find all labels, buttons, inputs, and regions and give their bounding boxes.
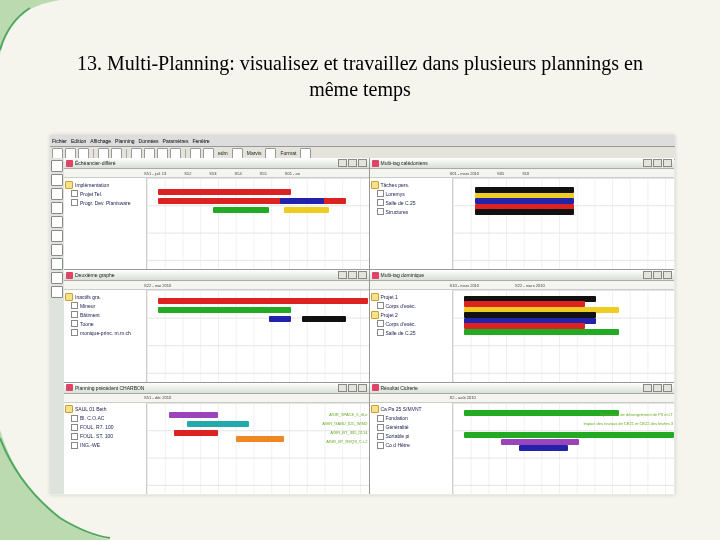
tree-item[interactable]: Bl. C.O.AC [71, 414, 145, 423]
task-tree[interactable]: Ca Pa 25 S/MVNTFondationGénéralitéSortab… [370, 403, 453, 494]
tree-item[interactable]: Toone [71, 319, 145, 328]
tree-item[interactable]: FOUL. ST. 100 [71, 432, 145, 441]
tree-item[interactable]: Progr. Dev. Planisware [71, 198, 145, 207]
maximize-icon[interactable] [348, 384, 357, 392]
gantt-bar[interactable] [187, 421, 249, 427]
pane-titlebar[interactable]: Échéancier-différé [64, 158, 369, 169]
tree-item[interactable]: Salle de C.25 [377, 328, 451, 337]
tree-item[interactable]: Inactifs gra. [65, 292, 145, 301]
gantt-area[interactable] [453, 178, 675, 269]
toolbar-button[interactable] [232, 148, 243, 159]
tree-item[interactable]: monique-princ. m.m.ch [71, 328, 145, 337]
tree-item[interactable]: Fondation [377, 414, 451, 423]
sidebar-button[interactable] [51, 174, 63, 186]
tree-item[interactable]: Co d Hêtre [377, 441, 451, 450]
task-tree[interactable]: Inactifs gra.MineurBâtimentToonemonique-… [64, 290, 147, 381]
toolbar-button[interactable] [203, 148, 214, 159]
minimize-icon[interactable] [338, 271, 347, 279]
menu-affichage[interactable]: Affichage [90, 138, 111, 144]
gantt-bar[interactable] [158, 189, 291, 195]
sidebar-button[interactable] [51, 244, 63, 256]
toolbar-button[interactable] [65, 148, 76, 159]
tree-item[interactable]: Loremys [377, 189, 451, 198]
gantt-bar[interactable] [269, 316, 291, 322]
toolbar-button[interactable] [144, 148, 155, 159]
gantt-bar[interactable] [284, 207, 328, 213]
close-icon[interactable] [663, 384, 672, 392]
gantt-bar[interactable] [280, 198, 324, 204]
toolbar-button[interactable] [190, 148, 201, 159]
toolbar-button[interactable] [170, 148, 181, 159]
tree-item[interactable]: SAUL 01 Beth [65, 405, 145, 414]
pane-titlebar[interactable]: Multi-tag dominique [370, 270, 675, 281]
toolbar-button[interactable] [98, 148, 109, 159]
gantt-area[interactable]: Opérations de désengrément de P3 et LTIm… [453, 403, 675, 494]
minimize-icon[interactable] [643, 384, 652, 392]
gantt-bar[interactable] [213, 207, 268, 213]
task-tree[interactable]: SAUL 01 BethBl. C.O.ACFOUL. R7. 100FOUL.… [64, 403, 147, 494]
task-tree[interactable]: Tâches pers.LoremysSalle de C.25Structur… [370, 178, 453, 269]
gantt-area[interactable]: AGIR_SPACE_5_tILeAGIR_GABU_025_WINDAGIR_… [147, 403, 369, 494]
gantt-bar[interactable] [158, 307, 291, 313]
gantt-bar[interactable] [519, 445, 568, 451]
tree-item[interactable]: Sortable pi [377, 432, 451, 441]
close-icon[interactable] [358, 271, 367, 279]
sidebar-button[interactable] [51, 258, 63, 270]
close-icon[interactable] [663, 159, 672, 167]
menu-planning[interactable]: Planning [115, 138, 134, 144]
tree-item[interactable]: ING.-WE [71, 441, 145, 450]
menu-parametres[interactable]: Paramètres [163, 138, 189, 144]
gantt-bar[interactable] [464, 432, 674, 438]
menu-edition[interactable]: Edition [71, 138, 86, 144]
minimize-icon[interactable] [643, 159, 652, 167]
gantt-bar[interactable] [302, 316, 346, 322]
sidebar-button[interactable] [51, 230, 63, 242]
sidebar-button[interactable] [51, 160, 63, 172]
tree-item[interactable]: Bâtiment [71, 310, 145, 319]
close-icon[interactable] [358, 159, 367, 167]
tree-item[interactable]: Mineur [71, 301, 145, 310]
maximize-icon[interactable] [653, 271, 662, 279]
sidebar-button[interactable] [51, 202, 63, 214]
tree-item[interactable]: Corps d'exéc. [377, 319, 451, 328]
gantt-bar[interactable] [475, 209, 575, 215]
tree-item[interactable]: Ca Pa 25 S/MVNT [371, 405, 451, 414]
gantt-area[interactable] [147, 178, 369, 269]
gantt-bar[interactable] [464, 329, 619, 335]
gantt-bar[interactable] [464, 410, 619, 416]
gantt-area[interactable] [147, 290, 369, 381]
menu-fichier[interactable]: Fichier [52, 138, 67, 144]
toolbar-button[interactable] [157, 148, 168, 159]
menu-fenetre[interactable]: Fenêtre [192, 138, 209, 144]
pane-titlebar[interactable]: Multi-tag calédoniens [370, 158, 675, 169]
tree-item[interactable]: Projet Tel. [71, 189, 145, 198]
tree-item[interactable]: Projet 2 [371, 310, 451, 319]
pane-titlebar[interactable]: Planning précédent CHARBON [64, 383, 369, 394]
maximize-icon[interactable] [348, 159, 357, 167]
toolbar-button[interactable] [131, 148, 142, 159]
toolbar-button[interactable] [265, 148, 276, 159]
menubar[interactable]: Fichier Edition Affichage Planning Donné… [50, 135, 675, 147]
close-icon[interactable] [663, 271, 672, 279]
minimize-icon[interactable] [338, 384, 347, 392]
maximize-icon[interactable] [653, 384, 662, 392]
sidebar-button[interactable] [51, 272, 63, 284]
toolbar-button[interactable] [52, 148, 63, 159]
sidebar-button[interactable] [51, 188, 63, 200]
gantt-bar[interactable] [169, 412, 218, 418]
tree-item[interactable]: Structures [377, 207, 451, 216]
task-tree[interactable]: Projet 1Corps d'exéc.Projet 2Corps d'exé… [370, 290, 453, 381]
task-tree[interactable]: ImplémentationProjet Tel.Progr. Dev. Pla… [64, 178, 147, 269]
gantt-bar[interactable] [174, 430, 218, 436]
tree-item[interactable]: Implémentation [65, 180, 145, 189]
pane-titlebar[interactable]: Résultat Cidrerie [370, 383, 675, 394]
toolbar-button[interactable] [78, 148, 89, 159]
tree-item[interactable]: Tâches pers. [371, 180, 451, 189]
gantt-bar[interactable] [236, 436, 285, 442]
toolbar-button[interactable] [111, 148, 122, 159]
menu-donnees[interactable]: Données [139, 138, 159, 144]
tree-item[interactable]: Généralité [377, 423, 451, 432]
maximize-icon[interactable] [348, 271, 357, 279]
toolbar-button[interactable] [300, 148, 311, 159]
minimize-icon[interactable] [643, 271, 652, 279]
